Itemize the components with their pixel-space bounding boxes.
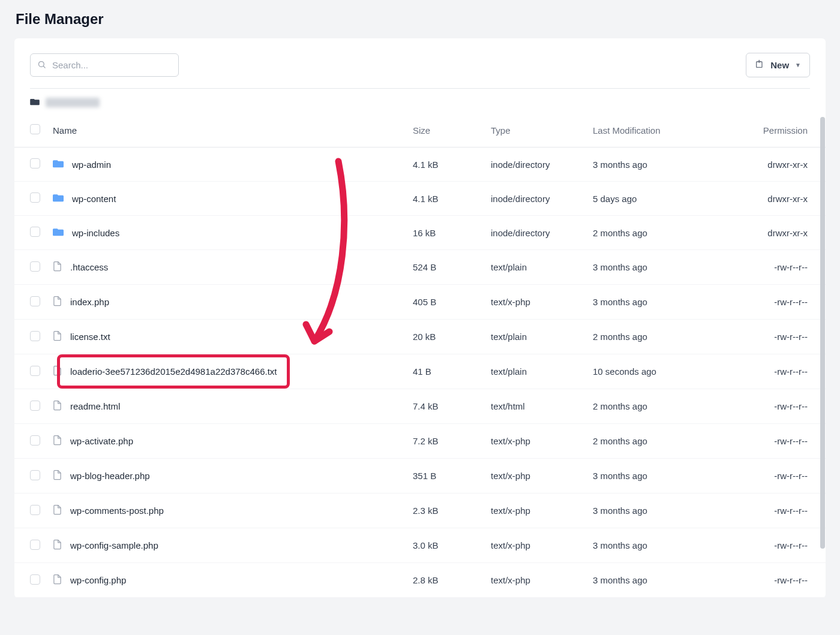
scrollbar[interactable]: [820, 117, 825, 549]
file-type: text/plain: [484, 354, 586, 389]
file-perm: -rw-r--r--: [724, 389, 826, 424]
file-mod: 3 months ago: [586, 528, 724, 563]
file-icon: [53, 574, 62, 586]
file-type: inode/directory: [484, 148, 586, 182]
file-perm: -rw-r--r--: [724, 250, 826, 285]
select-all-checkbox[interactable]: [30, 124, 40, 134]
file-icon: [53, 330, 62, 343]
row-checkbox[interactable]: [30, 366, 40, 376]
row-checkbox[interactable]: [30, 505, 40, 515]
file-type: text/plain: [484, 250, 586, 285]
row-checkbox[interactable]: [30, 158, 40, 168]
file-type: inode/directory: [484, 182, 586, 216]
row-checkbox[interactable]: [30, 227, 40, 237]
file-name[interactable]: wp-activate.php: [70, 436, 133, 446]
file-mod: 2 months ago: [586, 424, 724, 459]
svg-line-1: [43, 66, 45, 68]
file-size: 405 B: [406, 285, 484, 320]
file-perm: drwxr-xr-x: [724, 216, 826, 250]
table-row[interactable]: wp-config.php2.8 kBtext/x-php3 months ag…: [14, 563, 826, 598]
col-size[interactable]: Size: [406, 113, 484, 148]
file-name[interactable]: wp-comments-post.php: [70, 505, 164, 516]
file-icon: [53, 261, 62, 273]
page-title: File Manager: [0, 0, 840, 38]
row-checkbox[interactable]: [30, 435, 40, 446]
search-input[interactable]: [30, 53, 179, 77]
table-row[interactable]: wp-content4.1 kBinode/directory5 days ag…: [14, 182, 826, 216]
file-name[interactable]: loaderio-3ee571236d2015e2d4981a22d378c46…: [70, 366, 277, 377]
file-type: text/x-php: [484, 459, 586, 493]
file-type: inode/directory: [484, 216, 586, 250]
file-perm: drwxr-xr-x: [724, 148, 826, 182]
file-name[interactable]: .htaccess: [70, 262, 108, 272]
breadcrumb[interactable]: [14, 89, 826, 113]
toolbar: New ▼: [14, 38, 826, 88]
row-checkbox[interactable]: [30, 401, 40, 411]
file-mod: 10 seconds ago: [586, 354, 724, 389]
file-type: text/html: [484, 389, 586, 424]
table-row[interactable]: .htaccess524 Btext/plain3 months ago-rw-…: [14, 250, 826, 285]
col-name[interactable]: Name: [46, 113, 406, 148]
file-perm: drwxr-xr-x: [724, 182, 826, 216]
col-permission[interactable]: Permission: [724, 113, 826, 148]
file-size: 4.1 kB: [406, 148, 484, 182]
row-checkbox[interactable]: [30, 540, 40, 550]
file-icon: [53, 400, 62, 413]
file-size: 3.0 kB: [406, 528, 484, 563]
table-row[interactable]: wp-comments-post.php2.3 kBtext/x-php3 mo…: [14, 493, 826, 528]
file-mod: 2 months ago: [586, 389, 724, 424]
table-row[interactable]: readme.html7.4 kBtext/html2 months ago-r…: [14, 389, 826, 424]
table-row[interactable]: wp-admin4.1 kBinode/directory3 months ag…: [14, 148, 826, 182]
col-last-mod[interactable]: Last Modification: [586, 113, 724, 148]
row-checkbox[interactable]: [30, 470, 40, 480]
col-type[interactable]: Type: [484, 113, 586, 148]
table-row[interactable]: wp-blog-header.php351 Btext/x-php3 month…: [14, 459, 826, 493]
folder-icon: [53, 159, 64, 170]
breadcrumb-path-redacted: [46, 98, 100, 107]
file-mod: 3 months ago: [586, 563, 724, 598]
row-checkbox[interactable]: [30, 261, 40, 272]
file-size: 2.3 kB: [406, 493, 484, 528]
file-name[interactable]: wp-content: [72, 194, 116, 204]
file-name[interactable]: index.php: [70, 297, 109, 307]
table-row[interactable]: index.php405 Btext/x-php3 months ago-rw-…: [14, 285, 826, 320]
new-button[interactable]: New ▼: [746, 53, 810, 77]
row-checkbox[interactable]: [30, 331, 40, 341]
new-file-icon: [755, 59, 764, 71]
file-name[interactable]: wp-admin: [72, 159, 111, 170]
file-size: 4.1 kB: [406, 182, 484, 216]
file-size: 41 B: [406, 354, 484, 389]
file-perm: -rw-r--r--: [724, 424, 826, 459]
file-type: text/plain: [484, 320, 586, 354]
table-row[interactable]: wp-config-sample.php3.0 kBtext/x-php3 mo…: [14, 528, 826, 563]
row-checkbox[interactable]: [30, 192, 40, 203]
table-row[interactable]: wp-includes16 kBinode/directory2 months …: [14, 216, 826, 250]
file-icon: [53, 365, 62, 378]
file-icon: [53, 470, 62, 482]
file-type: text/x-php: [484, 285, 586, 320]
file-mod: 3 months ago: [586, 493, 724, 528]
file-name[interactable]: wp-blog-header.php: [70, 471, 150, 481]
row-checkbox[interactable]: [30, 574, 40, 585]
file-name[interactable]: wp-config.php: [70, 575, 126, 585]
folder-icon: [30, 97, 40, 107]
table-row[interactable]: license.txt20 kBtext/plain2 months ago-r…: [14, 320, 826, 354]
new-button-label: New: [770, 60, 789, 70]
file-table: Name Size Type Last Modification Permiss…: [14, 113, 826, 598]
file-size: 351 B: [406, 459, 484, 493]
row-checkbox[interactable]: [30, 296, 40, 306]
file-mod: 2 months ago: [586, 216, 724, 250]
file-name[interactable]: readme.html: [70, 401, 120, 411]
file-name[interactable]: license.txt: [70, 332, 110, 342]
file-icon: [53, 539, 62, 552]
file-size: 16 kB: [406, 216, 484, 250]
file-name[interactable]: wp-config-sample.php: [70, 540, 158, 550]
file-type: text/x-php: [484, 563, 586, 598]
table-row[interactable]: loaderio-3ee571236d2015e2d4981a22d378c46…: [14, 354, 826, 389]
file-name[interactable]: wp-includes: [72, 228, 119, 238]
table-row[interactable]: wp-activate.php7.2 kBtext/x-php2 months …: [14, 424, 826, 459]
file-mod: 3 months ago: [586, 148, 724, 182]
file-perm: -rw-r--r--: [724, 563, 826, 598]
file-perm: -rw-r--r--: [724, 285, 826, 320]
file-size: 7.2 kB: [406, 424, 484, 459]
